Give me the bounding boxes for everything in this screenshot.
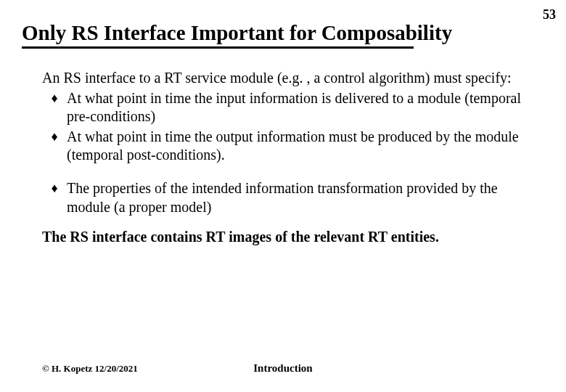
bullet-item: ♦ At what point in time the input inform… [42, 89, 544, 126]
intro-text: An RS interface to a RT service module (… [42, 69, 544, 88]
bullet-text: The properties of the intended informati… [67, 179, 544, 216]
footer-section-label: Introduction [0, 362, 566, 375]
diamond-bullet-icon: ♦ [42, 89, 67, 107]
bullet-item: ♦ The properties of the intended informa… [42, 179, 544, 216]
diamond-bullet-icon: ♦ [42, 128, 67, 145]
diamond-bullet-icon: ♦ [42, 179, 67, 197]
slide-body: An RS interface to a RT service module (… [42, 69, 544, 247]
bullet-text: At what point in time the input informat… [67, 89, 544, 126]
page-number: 53 [543, 7, 556, 23]
title-underline [22, 46, 414, 49]
slide-title: Only RS Interface Important for Composab… [22, 22, 452, 44]
bullet-item: ♦ At what point in time the output infor… [42, 128, 544, 165]
bullet-text: At what point in time the output informa… [67, 128, 544, 165]
closing-statement: The RS interface contains RT images of t… [42, 228, 544, 247]
